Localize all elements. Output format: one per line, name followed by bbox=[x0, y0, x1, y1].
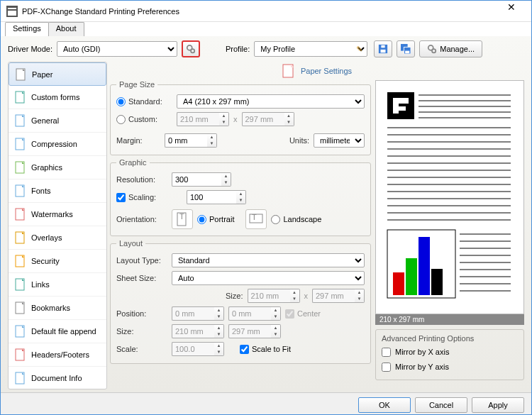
margin-input[interactable] bbox=[165, 133, 207, 148]
dialog-footer: OK Cancel Apply bbox=[1, 392, 531, 415]
svg-point-12 bbox=[432, 49, 436, 52]
portrait-icon: T bbox=[172, 209, 193, 229]
driver-mode-select[interactable]: Auto (GDI) bbox=[57, 41, 177, 57]
custom-height[interactable] bbox=[242, 112, 284, 126]
scale-input[interactable] bbox=[172, 342, 214, 356]
scaling-check[interactable] bbox=[116, 193, 126, 202]
sheet-size-select[interactable]: Auto bbox=[172, 271, 365, 285]
cancel-button[interactable]: Cancel bbox=[415, 397, 467, 413]
category-icon bbox=[14, 348, 27, 361]
svg-rect-7 bbox=[382, 45, 385, 48]
resolution-input[interactable] bbox=[172, 172, 221, 187]
sidebar-item-custom-forms[interactable]: Custom forms bbox=[9, 86, 106, 109]
sidebar-item-fonts[interactable]: Fonts bbox=[9, 179, 106, 203]
category-icon bbox=[14, 231, 27, 244]
layout-type-select[interactable]: Standard bbox=[172, 253, 365, 267]
svg-rect-67 bbox=[406, 258, 417, 295]
category-sidebar: PaperCustom formsGeneralCompressionGraph… bbox=[8, 62, 107, 389]
mirror-y-check[interactable] bbox=[382, 363, 391, 372]
svg-rect-35 bbox=[393, 98, 399, 114]
svg-rect-6 bbox=[381, 50, 386, 52]
landscape-icon: T bbox=[245, 209, 267, 229]
pos-y[interactable] bbox=[228, 306, 271, 321]
size-w[interactable] bbox=[172, 324, 214, 338]
standard-radio[interactable] bbox=[116, 97, 126, 106]
standard-size-select[interactable]: A4 (210 x 297 mm) bbox=[177, 94, 365, 109]
category-icon bbox=[14, 301, 27, 314]
mirror-x-check[interactable] bbox=[382, 348, 391, 357]
top-row: Driver Mode: Auto (GDI) Profile: My Prof… bbox=[8, 40, 524, 57]
sidebar-item-bookmarks[interactable]: Bookmarks bbox=[9, 297, 106, 320]
size-h[interactable] bbox=[228, 324, 271, 338]
sidebar-item-compression[interactable]: Compression bbox=[9, 133, 106, 156]
category-icon bbox=[14, 208, 27, 221]
units-select[interactable]: millimeter bbox=[314, 133, 365, 148]
scale-fit-check[interactable] bbox=[240, 345, 249, 354]
category-icon bbox=[14, 184, 27, 197]
sidebar-item-security[interactable]: Security bbox=[9, 250, 106, 273]
sidebar-item-watermarks[interactable]: Watermarks bbox=[9, 203, 106, 226]
driver-mode-gear-button[interactable] bbox=[182, 40, 200, 57]
gears-icon bbox=[427, 44, 437, 54]
scaling-input[interactable] bbox=[187, 190, 236, 204]
paper-icon bbox=[282, 64, 295, 78]
svg-rect-36 bbox=[393, 106, 406, 111]
clone-profile-button[interactable] bbox=[397, 40, 415, 57]
sheet-h[interactable] bbox=[312, 289, 355, 303]
preview-caption: 210 x 297 mm bbox=[375, 314, 524, 325]
svg-text:T: T bbox=[252, 214, 257, 221]
svg-rect-2 bbox=[8, 11, 16, 16]
sidebar-item-graphics[interactable]: Graphics bbox=[9, 156, 106, 179]
category-icon bbox=[14, 91, 27, 104]
profile-label: Profile: bbox=[226, 45, 250, 53]
svg-text:T: T bbox=[179, 212, 184, 221]
pos-x[interactable] bbox=[172, 306, 214, 321]
gears-icon bbox=[186, 44, 196, 54]
svg-rect-66 bbox=[393, 272, 404, 295]
sidebar-item-general[interactable]: General bbox=[9, 109, 106, 133]
sidebar-item-paper[interactable]: Paper bbox=[9, 62, 106, 86]
category-icon bbox=[14, 278, 27, 291]
manage-button[interactable]: Manage... bbox=[419, 40, 482, 57]
disk-copy-icon bbox=[401, 44, 411, 54]
profile-select[interactable]: My Profile bbox=[254, 41, 367, 57]
graphic-group: Graphic Resolution: ▲▼ Scaling: ▲▼ Orien… bbox=[110, 158, 371, 236]
titlebar: PDF-XChange Standard Printing Preference… bbox=[1, 1, 531, 22]
panel-header: Paper Settings bbox=[110, 62, 524, 80]
sidebar-item-links[interactable]: Links bbox=[9, 273, 106, 297]
sidebar-item-document-info[interactable]: Document Info bbox=[9, 367, 106, 389]
ok-button[interactable]: OK bbox=[358, 397, 411, 413]
sidebar-item-default-file-append[interactable]: Default file append bbox=[9, 320, 106, 343]
close-button[interactable]: ✕ bbox=[497, 1, 526, 21]
category-icon bbox=[14, 114, 27, 127]
tab-bar: Settings About bbox=[1, 22, 531, 36]
svg-rect-33 bbox=[387, 92, 414, 119]
advanced-options-group: Advanced Printing Options Mirror by X ax… bbox=[375, 329, 524, 380]
category-icon bbox=[14, 161, 27, 174]
save-profile-button[interactable] bbox=[374, 40, 392, 57]
page-preview bbox=[375, 80, 524, 314]
sidebar-item-overlays[interactable]: Overlays bbox=[9, 226, 106, 250]
center-check bbox=[285, 309, 294, 319]
layout-group: Layout Layout Type: Standard Sheet Size:… bbox=[110, 239, 371, 364]
tab-about[interactable]: About bbox=[48, 22, 84, 36]
category-icon bbox=[14, 138, 27, 150]
disk-icon bbox=[378, 44, 388, 54]
app-icon bbox=[6, 6, 18, 17]
sidebar-item-headers-footers[interactable]: Headers/Footers bbox=[9, 343, 106, 367]
svg-rect-10 bbox=[405, 51, 409, 54]
apply-button[interactable]: Apply bbox=[472, 397, 524, 413]
custom-width[interactable] bbox=[177, 112, 219, 126]
custom-radio[interactable] bbox=[116, 115, 126, 124]
portrait-radio[interactable] bbox=[197, 215, 206, 224]
svg-rect-68 bbox=[419, 237, 430, 295]
page-size-group: Page Size Standard: A4 (210 x 297 mm) Cu… bbox=[110, 80, 371, 155]
landscape-radio[interactable] bbox=[271, 215, 280, 224]
svg-point-4 bbox=[191, 49, 194, 52]
category-icon bbox=[14, 325, 27, 338]
tab-settings[interactable]: Settings bbox=[5, 22, 49, 36]
edit-profile-icon[interactable]: ✎ bbox=[356, 45, 362, 54]
sheet-w[interactable] bbox=[248, 289, 290, 303]
category-icon bbox=[14, 255, 27, 267]
svg-rect-69 bbox=[431, 269, 443, 295]
